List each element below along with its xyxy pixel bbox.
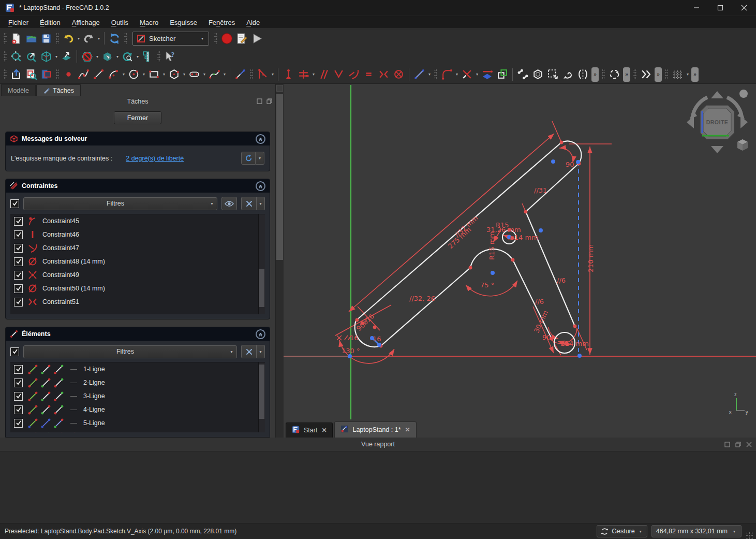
report-content[interactable] bbox=[0, 451, 756, 523]
fit-all-button[interactable] bbox=[9, 49, 24, 64]
dimension-label[interactable]: 130 ° bbox=[342, 347, 360, 355]
constraints-scrollbar[interactable] bbox=[258, 214, 265, 314]
toolbar-overflow-button[interactable]: » bbox=[591, 67, 599, 82]
whats-this-button[interactable]: ? bbox=[162, 49, 177, 64]
element-row[interactable]: 3-Ligne bbox=[10, 389, 265, 403]
toolbar-grip[interactable] bbox=[665, 69, 668, 80]
join-curves-button[interactable] bbox=[515, 67, 530, 82]
box-selection-button[interactable] bbox=[100, 49, 115, 64]
sync-view-dropdown[interactable]: ▾ bbox=[135, 54, 140, 59]
element-label[interactable]: 1-Ligne bbox=[83, 366, 105, 373]
dimension-dropdown[interactable]: ▾ bbox=[270, 72, 275, 77]
construction-mode-button[interactable] bbox=[412, 67, 427, 82]
symmetry-tool-button[interactable] bbox=[575, 67, 590, 82]
tangent-constraint-button[interactable] bbox=[346, 67, 361, 82]
symmetric-constraint-button[interactable] bbox=[376, 67, 391, 82]
menu-aide[interactable]: Aide bbox=[241, 17, 265, 28]
select-view-button[interactable] bbox=[59, 49, 74, 64]
create-point-button[interactable] bbox=[61, 67, 76, 82]
grid-dropdown[interactable]: ▾ bbox=[685, 72, 690, 77]
viewport-3d[interactable]: 90//31//32 mm275 mmR1531,26 mm⌀14 mmR15 … bbox=[284, 84, 756, 438]
toolbar-overflow-button[interactable]: » bbox=[691, 67, 699, 82]
create-slot-button[interactable] bbox=[187, 67, 202, 82]
tab-taches[interactable]: Tâches bbox=[36, 84, 81, 96]
open-document-button[interactable] bbox=[24, 31, 39, 46]
close-tab-icon[interactable]: ✕ bbox=[321, 427, 327, 434]
constraint-checkbox[interactable] bbox=[14, 217, 23, 226]
toolbar-overflow-button[interactable]: » bbox=[655, 67, 662, 82]
rectangle-dropdown[interactable]: ▾ bbox=[161, 72, 167, 77]
refresh-button[interactable] bbox=[107, 31, 122, 46]
constraints-visibility-button[interactable] bbox=[221, 197, 237, 210]
elements-settings-button[interactable] bbox=[241, 345, 257, 358]
undo-dropdown[interactable]: ▾ bbox=[76, 36, 81, 41]
dof-link[interactable]: 2 degré(s) de liberté bbox=[126, 155, 184, 162]
dimension-label[interactable]: //6 bbox=[535, 298, 544, 305]
constraint-label[interactable]: Constraint45 bbox=[42, 217, 79, 225]
navigation-mode-selector[interactable]: Gesture ▾ bbox=[597, 525, 647, 537]
constraint-row[interactable]: Constraint51 bbox=[10, 295, 265, 309]
element-row[interactable]: 6-Arc bbox=[10, 430, 265, 432]
dimension-button[interactable] bbox=[255, 67, 270, 82]
constraint-checkbox[interactable] bbox=[14, 284, 23, 293]
toggle-construction-button[interactable] bbox=[233, 67, 248, 82]
constraint-checkbox[interactable] bbox=[14, 298, 23, 307]
fillet-button[interactable] bbox=[439, 67, 454, 82]
create-line-button[interactable] bbox=[91, 67, 106, 82]
horizontal-dropdown[interactable]: ▾ bbox=[311, 72, 316, 77]
constraint-checkbox[interactable] bbox=[14, 257, 23, 266]
element-checkbox[interactable] bbox=[14, 392, 23, 401]
construction-geometry[interactable] bbox=[335, 121, 612, 363]
create-circle-button[interactable] bbox=[126, 67, 141, 82]
toolbar-grip[interactable] bbox=[56, 33, 59, 44]
sketch-geometry[interactable] bbox=[355, 141, 582, 353]
constraints-filter-combo[interactable]: Filtres ▾ bbox=[23, 197, 217, 210]
offset-button[interactable] bbox=[530, 67, 545, 82]
sync-view-button[interactable] bbox=[120, 49, 135, 64]
macro-record-button[interactable] bbox=[219, 31, 234, 46]
horizontal-constraint-button[interactable] bbox=[296, 67, 311, 82]
element-checkbox[interactable] bbox=[14, 432, 23, 433]
resize-grip[interactable] bbox=[746, 532, 753, 539]
element-row[interactable]: 4-Ligne bbox=[10, 403, 265, 416]
collapse-constraints-button[interactable] bbox=[256, 181, 265, 191]
constraint-label[interactable]: Constraint49 bbox=[42, 271, 79, 279]
vertical-distance-button[interactable] bbox=[281, 67, 296, 82]
constraints-master-checkbox[interactable] bbox=[10, 199, 19, 208]
toolbar-overflow-button[interactable]: » bbox=[623, 67, 630, 82]
create-arc-button[interactable] bbox=[106, 67, 121, 82]
zoom-selection-button[interactable] bbox=[24, 49, 39, 64]
leave-sketch-button[interactable] bbox=[9, 67, 24, 82]
constraint-row[interactable]: Constraint46 bbox=[10, 228, 265, 241]
element-checkbox[interactable] bbox=[14, 378, 23, 387]
constraint-row[interactable]: Constraint49 bbox=[10, 268, 265, 282]
dimension-label[interactable]: 210 mm bbox=[587, 244, 595, 272]
minimize-button[interactable] bbox=[685, 0, 708, 16]
tab-modele[interactable]: Modèle bbox=[1, 84, 36, 96]
redo-dropdown[interactable]: ▾ bbox=[96, 36, 101, 41]
circle-dropdown[interactable]: ▾ bbox=[141, 72, 146, 77]
elements-settings-dropdown[interactable]: ▾ bbox=[257, 345, 265, 358]
toolbar-grip[interactable] bbox=[157, 51, 160, 62]
create-bspline-button[interactable] bbox=[207, 67, 222, 82]
menu-esquisse[interactable]: Esquisse bbox=[164, 17, 203, 28]
clipping-button[interactable] bbox=[80, 49, 95, 64]
toolbar-grip[interactable] bbox=[434, 69, 437, 80]
dimension-label[interactable]: //6 bbox=[557, 276, 566, 284]
save-button[interactable] bbox=[39, 31, 54, 46]
element-label[interactable]: 5-Ligne bbox=[83, 419, 105, 427]
macro-run-button[interactable] bbox=[249, 31, 264, 46]
toolbar-grip[interactable] bbox=[56, 69, 59, 80]
block-constraint-button[interactable] bbox=[391, 67, 406, 82]
element-checkbox[interactable] bbox=[14, 405, 23, 414]
toolbar-grip[interactable] bbox=[4, 69, 7, 80]
menu-fichier[interactable]: Fichier bbox=[3, 17, 34, 28]
dimension-label[interactable]: //32, 26 bbox=[409, 295, 435, 302]
constraint-label[interactable]: Constraint51 bbox=[42, 298, 79, 305]
toolbar-grip[interactable] bbox=[4, 51, 7, 62]
macro-edit-button[interactable] bbox=[234, 31, 249, 46]
constraint-row[interactable]: Constraint47 bbox=[10, 241, 265, 255]
toolbar-grip[interactable] bbox=[602, 69, 605, 80]
clone-button[interactable] bbox=[495, 67, 510, 82]
constraint-row[interactable]: Constraint48 (14 mm) bbox=[10, 255, 265, 268]
